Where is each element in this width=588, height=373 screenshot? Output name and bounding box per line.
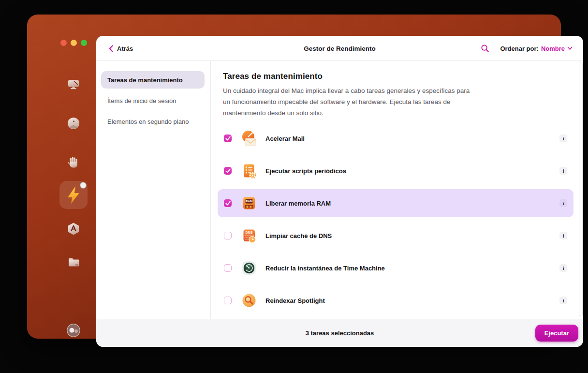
- traffic-lights: [60, 40, 87, 46]
- sidebar-item-applications[interactable]: [66, 222, 81, 236]
- sort-dropdown[interactable]: Ordenar por: Nombre: [500, 45, 573, 52]
- chevron-left-icon: [109, 45, 113, 52]
- scrollbar-thumb[interactable]: [579, 61, 583, 316]
- nav-item-label: Tareas de mantenimiento: [107, 76, 183, 84]
- task-checkbox[interactable]: [224, 199, 232, 207]
- search-button[interactable]: [481, 44, 489, 53]
- sort-label: Ordenar por:: [500, 45, 538, 52]
- task-checkbox[interactable]: [224, 264, 232, 272]
- nav-item-label: Ítems de inicio de sesión: [107, 97, 176, 104]
- content-description: Un cuidado integral del Mac implica llev…: [223, 85, 476, 119]
- mail-speed-icon: [241, 130, 257, 147]
- panel-footer: 3 tareas seleccionadas Ejecutar: [96, 319, 583, 347]
- info-button[interactable]: i: [559, 167, 567, 175]
- chevron-down-icon: [567, 46, 573, 50]
- speed-bolt-icon: [59, 181, 88, 209]
- periodic-scripts-icon: [241, 163, 257, 179]
- content-heading: Tareas de mantenimiento: [223, 72, 583, 81]
- task-label: Liberar memoria RAM: [265, 200, 331, 207]
- sidebar-item-files[interactable]: [66, 255, 81, 269]
- icon-sidebar: [54, 29, 96, 353]
- nav-item-maintenance-tasks[interactable]: Tareas de mantenimiento: [101, 71, 205, 89]
- svg-text:RAM: RAM: [246, 199, 252, 203]
- nav-item-background-items[interactable]: Elementos en segundo plano: [101, 113, 205, 130]
- check-icon: [225, 135, 231, 141]
- content-pane: Tareas de mantenimiento Un cuidado integ…: [211, 61, 583, 319]
- search-icon: [481, 44, 489, 53]
- sort-value: Nombre: [541, 45, 565, 52]
- task-list: Acelerar Mail i: [223, 124, 583, 314]
- back-label: Atrás: [117, 45, 133, 52]
- selection-status: 3 tareas seleccionadas: [306, 329, 374, 337]
- cleanup-monitor-icon: [66, 77, 81, 91]
- files-folder-icon: [66, 255, 81, 269]
- header-actions: Ordenar por: Nombre: [481, 36, 573, 61]
- protection-sphere-icon: [66, 116, 81, 131]
- task-label: Reducir la instantánea de Time Machine: [265, 265, 385, 272]
- info-button[interactable]: i: [559, 199, 567, 207]
- section-nav: Tareas de mantenimiento Ítems de inicio …: [96, 61, 211, 319]
- info-button[interactable]: i: [559, 264, 567, 272]
- sidebar-item-cleanup[interactable]: [66, 77, 81, 91]
- back-button[interactable]: Atrás: [109, 36, 133, 61]
- minimize-button[interactable]: [71, 40, 77, 46]
- task-checkbox[interactable]: [224, 167, 232, 175]
- main-panel: Atrás Gestor de Rendimiento Ordenar por:…: [96, 36, 583, 347]
- info-button[interactable]: i: [559, 297, 567, 304]
- sidebar-item-assistant[interactable]: [66, 323, 81, 338]
- task-label: Acelerar Mail: [265, 135, 305, 142]
- task-label: Reindexar Spotlight: [265, 297, 325, 304]
- check-icon: [225, 168, 231, 174]
- task-row-time-machine: Reducir la instantánea de Time Machine i: [218, 254, 573, 282]
- task-label: Limpiar caché de DNS: [265, 232, 332, 239]
- sidebar-item-protection[interactable]: [66, 116, 81, 131]
- run-button[interactable]: Ejecutar: [535, 325, 578, 342]
- zoom-button[interactable]: [81, 40, 87, 46]
- svg-text:DNS: DNS: [245, 230, 252, 235]
- dns-cache-icon: DNS: [241, 227, 257, 244]
- task-row-accelerate-mail: Acelerar Mail i: [218, 124, 573, 152]
- panel-body: Tareas de mantenimiento Ítems de inicio …: [96, 61, 583, 319]
- task-checkbox[interactable]: [224, 297, 232, 304]
- applications-hexagon-icon: [66, 222, 81, 236]
- task-label: Ejecutar scripts periódicos: [265, 167, 346, 175]
- privacy-hand-icon: [66, 155, 81, 169]
- check-icon: [225, 200, 231, 206]
- task-checkbox[interactable]: [224, 134, 232, 142]
- notification-dot: [80, 182, 87, 189]
- task-row-spotlight: Reindexar Spotlight i: [218, 286, 573, 314]
- task-row-periodic-scripts: Ejecutar scripts periódicos i: [218, 157, 573, 185]
- assistant-icon: [66, 323, 81, 338]
- time-machine-icon: [241, 260, 257, 276]
- sidebar-item-privacy[interactable]: [66, 155, 81, 169]
- close-button[interactable]: [60, 40, 67, 46]
- app-window: Atrás Gestor de Rendimiento Ordenar por:…: [27, 15, 561, 339]
- panel-header: Atrás Gestor de Rendimiento Ordenar por:…: [96, 36, 583, 61]
- task-checkbox[interactable]: [224, 232, 232, 239]
- ram-icon: RAM: [241, 195, 257, 211]
- desktop-background: Atrás Gestor de Rendimiento Ordenar por:…: [0, 0, 588, 373]
- nav-item-label: Elementos en segundo plano: [107, 118, 189, 125]
- nav-item-login-items[interactable]: Ítems de inicio de sesión: [101, 92, 205, 109]
- spotlight-icon: [241, 292, 257, 309]
- sidebar-item-speed[interactable]: [59, 181, 88, 209]
- info-button[interactable]: i: [559, 134, 567, 142]
- info-button[interactable]: i: [559, 232, 567, 239]
- task-row-dns-cache: DNS Limpiar caché de DNS i: [218, 222, 573, 250]
- task-row-free-ram[interactable]: RAM Liberar memoria RAM i: [218, 189, 573, 217]
